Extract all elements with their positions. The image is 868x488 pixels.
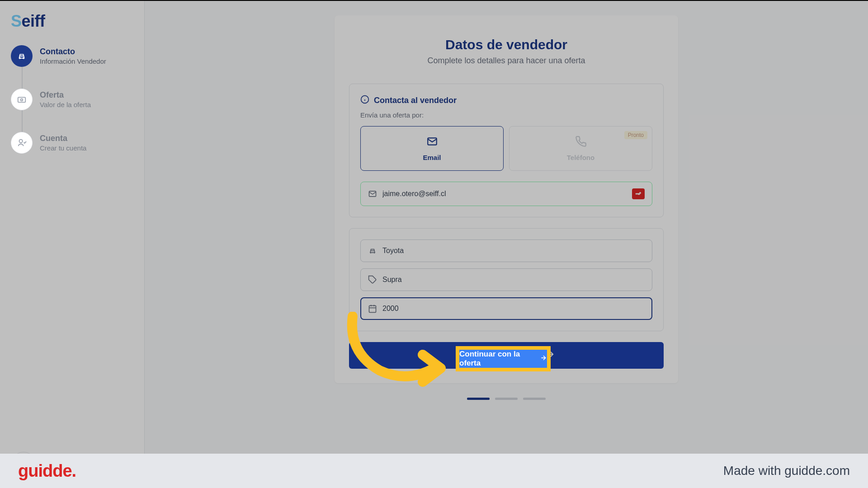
email-input-wrapper[interactable] [360,182,652,206]
svg-point-10 [636,193,637,194]
step-title: Oferta [40,90,91,100]
svg-point-0 [19,58,20,59]
page-subtitle: Complete los detalles para hacer una ofe… [349,56,664,66]
mail-icon [426,136,438,149]
year-input-wrapper[interactable] [360,297,652,320]
arrow-right-icon [540,354,547,364]
contact-option-phone: Pronto Teléfono [509,126,652,171]
svg-point-4 [19,140,23,143]
svg-point-3 [21,99,23,101]
svg-point-1 [23,58,24,59]
form-card: Datos de vendedor Complete los detalles … [335,15,678,383]
vehicle-section [349,228,664,331]
sidebar-step-oferta[interactable]: Oferta Valor de la oferta [11,89,133,132]
page-indicator-2[interactable] [495,398,518,400]
footer-attribution: Made with guidde.com [723,464,850,478]
step-subtitle: Valor de la oferta [40,101,91,108]
svg-point-11 [637,193,638,194]
logo: Seiff [11,12,133,31]
contact-option-email[interactable]: Email [360,126,504,171]
step-title: Contacto [40,47,106,56]
contact-section-label: Envía una oferta por: [360,111,652,119]
contact-section-title: Contacta al vendedor [374,96,457,105]
contact-section: Contacta al vendedor Envía una oferta po… [349,84,664,217]
footer-bar: guidde. Made with guidde.com [0,454,868,488]
phone-icon [575,136,587,149]
mail-icon [368,189,377,198]
step-subtitle: Información Vendedor [40,57,106,65]
step-subtitle: Crear tu cuenta [40,144,86,152]
model-input[interactable] [382,276,645,284]
page-title: Datos de vendedor [349,37,664,52]
svg-rect-2 [18,97,26,102]
model-input-wrapper[interactable] [360,268,652,291]
calendar-icon [368,304,377,313]
guidde-logo: guidde. [18,461,76,481]
user-check-icon [11,132,33,154]
page-indicator-1[interactable] [467,398,490,400]
pagination [467,398,546,400]
edit-icon[interactable] [632,188,645,199]
sidebar: Seiff Contacto Información Vendedor Ofer… [0,1,145,454]
sidebar-step-contacto[interactable]: Contacto Información Vendedor [11,45,133,89]
car-icon [368,246,377,255]
brand-input-wrapper[interactable] [360,239,652,262]
info-icon [360,95,369,106]
contact-option-label: Email [423,154,441,161]
money-icon [11,89,33,110]
sidebar-step-cuenta[interactable]: Cuenta Crear tu cuenta [11,132,133,154]
highlight-continue-button[interactable]: Continuar con la oferta [456,346,551,371]
main-content: Datos de vendedor Complete los detalles … [145,1,868,454]
badge-pronto: Pronto [624,131,647,139]
brand-input[interactable] [382,247,645,255]
car-icon [11,45,33,67]
email-input[interactable] [382,190,627,198]
highlight-button-label: Continuar con la oferta [459,350,536,368]
page-indicator-3[interactable] [523,398,546,400]
contact-option-label: Teléfono [567,154,594,161]
svg-rect-13 [369,305,376,312]
year-input[interactable] [382,305,645,313]
step-title: Cuenta [40,134,86,143]
tag-icon [368,275,377,284]
